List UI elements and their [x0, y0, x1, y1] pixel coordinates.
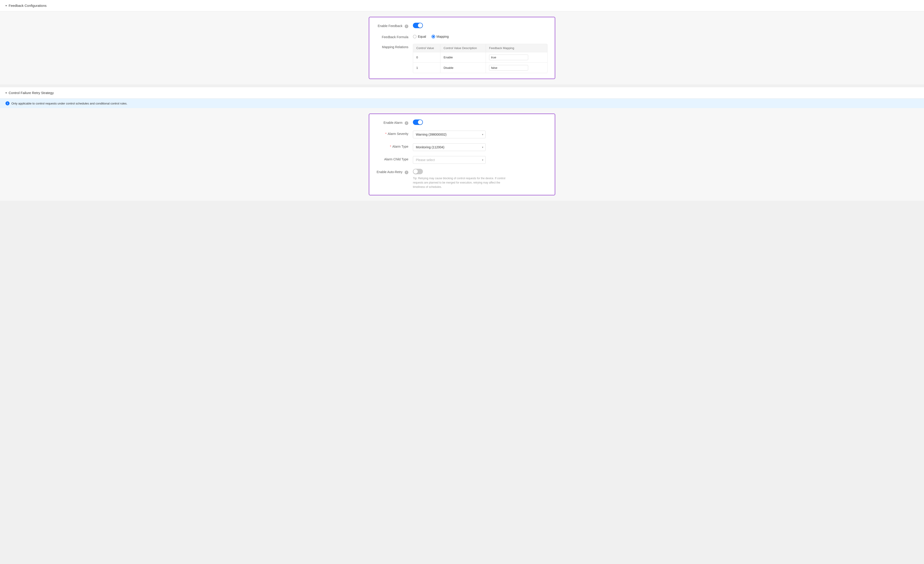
info-banner-text: Only applicable to control requests unde…	[11, 102, 128, 105]
alarm-child-type-select[interactable]: Please select	[413, 156, 486, 164]
cell-cv-0: 0	[413, 52, 440, 63]
info-banner-icon: i	[6, 101, 9, 105]
enable-feedback-info-icon[interactable]: i	[405, 24, 408, 28]
page-container: ▾ Feedback Configurations Enable Feedbac…	[0, 0, 924, 564]
alarm-child-type-label: Alarm Child Type	[376, 156, 413, 161]
enable-alarm-control	[413, 120, 548, 126]
header-control-value: Control Value	[413, 44, 440, 52]
enable-feedback-row: Enable Feedback i	[376, 23, 548, 29]
alarm-child-type-control: Please select ▾	[413, 156, 548, 164]
retry-section: ▾ Control Failure Retry Strategy i Only …	[0, 87, 924, 201]
enable-auto-retry-info-icon[interactable]: i	[405, 171, 408, 174]
alarm-severity-row: * Alarm Severity Warning (398000002) Cri…	[376, 131, 548, 138]
alarm-severity-select-wrapper: Warning (398000002) Critical Major Minor…	[413, 131, 486, 138]
enable-auto-retry-label: Enable Auto-Retry i	[376, 169, 413, 174]
feedback-config-box: Enable Feedback i Feedback Form	[369, 17, 555, 79]
auto-retry-tip: Tip: Retrying may cause blocking of cont…	[413, 176, 508, 190]
alarm-type-select-wrapper: Monitoring (112004) Fault Performance ▾	[413, 143, 486, 151]
header-control-value-desc: Control Value Description	[440, 44, 486, 52]
info-banner: i Only applicable to control requests un…	[0, 99, 924, 108]
enable-feedback-control	[413, 23, 548, 29]
mapping-relations-label: Mapping Relations	[376, 44, 413, 49]
radio-mapping[interactable]: Mapping	[432, 35, 449, 38]
cell-desc-1: Disable	[440, 63, 486, 73]
mapping-input-0[interactable]	[489, 54, 528, 60]
feedback-formula-control: Equal Mapping	[413, 34, 548, 38]
enable-alarm-label: Enable Alarm i	[376, 120, 413, 125]
retry-section-content: Enable Alarm i * Al	[0, 108, 924, 201]
enable-alarm-slider	[413, 120, 423, 125]
mapping-input-1[interactable]	[489, 65, 528, 71]
alarm-type-row: * Alarm Type Monitoring (112004) Fault P…	[376, 143, 548, 151]
enable-auto-retry-knob	[413, 169, 418, 174]
enable-alarm-toggle[interactable]	[413, 120, 423, 125]
enable-feedback-slider	[413, 23, 423, 28]
radio-mapping-circle	[432, 35, 435, 38]
enable-feedback-toggle[interactable]	[413, 23, 423, 28]
enable-auto-retry-row: Enable Auto-Retry i Tip: Retrying may ca…	[376, 169, 548, 190]
mapping-row-0: 0 Enable	[413, 52, 547, 63]
feedback-section-header[interactable]: ▾ Feedback Configurations	[0, 0, 924, 11]
alarm-type-control: Monitoring (112004) Fault Performance ▾	[413, 143, 548, 151]
feedback-section: ▾ Feedback Configurations Enable Feedbac…	[0, 0, 924, 84]
feedback-formula-radio-group: Equal Mapping	[413, 34, 548, 38]
enable-feedback-knob	[418, 23, 423, 28]
enable-auto-retry-slider	[413, 169, 423, 174]
mapping-table: Control Value Control Value Description …	[413, 44, 548, 73]
header-feedback-mapping: Feedback Mapping	[486, 44, 531, 52]
radio-mapping-label: Mapping	[436, 35, 449, 38]
alarm-severity-label: * Alarm Severity	[376, 131, 413, 136]
feedback-section-title: Feedback Configurations	[9, 4, 46, 7]
alarm-child-type-row: Alarm Child Type Please select ▾	[376, 156, 548, 164]
mapping-table-header: Control Value Control Value Description …	[413, 44, 547, 52]
cell-fm-0	[486, 52, 531, 63]
mapping-relations-control: Control Value Control Value Description …	[413, 44, 548, 73]
enable-feedback-label: Enable Feedback i	[376, 23, 413, 28]
cell-cv-1: 1	[413, 63, 440, 73]
retry-section-header[interactable]: ▾ Control Failure Retry Strategy	[0, 87, 924, 99]
alarm-child-type-select-wrapper: Please select ▾	[413, 156, 486, 164]
feedback-formula-row: Feedback Formula Equal Mapping	[376, 34, 548, 39]
radio-equal[interactable]: Equal	[413, 35, 426, 38]
enable-alarm-row: Enable Alarm i	[376, 120, 548, 126]
retry-section-title: Control Failure Retry Strategy	[9, 91, 54, 95]
enable-alarm-info-icon[interactable]: i	[405, 121, 408, 125]
mapping-row-1: 1 Disable	[413, 63, 547, 73]
feedback-formula-label: Feedback Formula	[376, 34, 413, 39]
radio-equal-circle	[413, 35, 417, 38]
mapping-relations-row: Mapping Relations Control Value Control …	[376, 44, 548, 73]
feedback-section-content: Enable Feedback i Feedback Form	[0, 11, 924, 84]
feedback-chevron-icon: ▾	[6, 4, 7, 7]
cell-fm-1	[486, 63, 531, 73]
retry-config-box: Enable Alarm i * Al	[369, 114, 555, 195]
enable-alarm-knob	[418, 120, 423, 124]
alarm-type-select[interactable]: Monitoring (112004) Fault Performance	[413, 143, 486, 151]
retry-chevron-icon: ▾	[6, 91, 7, 94]
enable-auto-retry-toggle[interactable]	[413, 169, 423, 174]
alarm-severity-select[interactable]: Warning (398000002) Critical Major Minor	[413, 131, 486, 138]
radio-equal-label: Equal	[418, 35, 426, 38]
alarm-type-label: * Alarm Type	[376, 143, 413, 148]
cell-desc-0: Enable	[440, 52, 486, 63]
enable-auto-retry-control: Tip: Retrying may cause blocking of cont…	[413, 169, 548, 190]
alarm-severity-control: Warning (398000002) Critical Major Minor…	[413, 131, 548, 138]
